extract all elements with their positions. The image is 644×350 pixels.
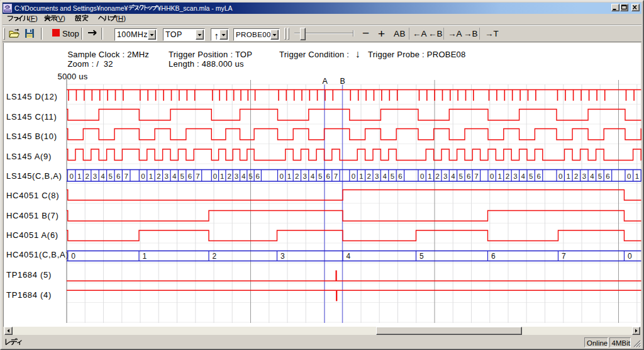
- svg-text:6: 6: [188, 172, 192, 180]
- svg-text:6: 6: [398, 172, 402, 180]
- svg-text:3: 3: [235, 172, 238, 180]
- svg-text:6: 6: [536, 172, 540, 180]
- svg-text:4: 4: [242, 172, 246, 180]
- svg-text:6: 6: [116, 172, 120, 180]
- svg-text:3: 3: [443, 172, 447, 180]
- svg-text:5: 5: [109, 172, 113, 180]
- svg-text:2: 2: [295, 172, 299, 180]
- svg-text:4: 4: [521, 172, 526, 180]
- svg-text:6: 6: [467, 172, 470, 180]
- svg-text:0: 0: [490, 172, 494, 180]
- svg-text:1: 1: [287, 172, 291, 180]
- svg-text:0: 0: [558, 172, 562, 180]
- svg-text:7: 7: [474, 172, 478, 180]
- svg-text:6: 6: [256, 172, 260, 180]
- svg-text:2: 2: [436, 172, 440, 180]
- svg-text:2: 2: [85, 172, 89, 180]
- svg-text:3: 3: [93, 172, 97, 180]
- svg-text:3: 3: [165, 172, 169, 180]
- svg-text:2: 2: [367, 172, 371, 180]
- svg-text:3: 3: [513, 172, 517, 180]
- svg-text:4: 4: [382, 172, 387, 180]
- svg-text:0: 0: [69, 172, 73, 180]
- svg-text:4: 4: [101, 172, 105, 180]
- svg-text:1: 1: [428, 172, 431, 180]
- svg-text:5: 5: [248, 172, 252, 180]
- svg-text:0: 0: [213, 172, 217, 180]
- svg-text:0: 0: [420, 172, 424, 180]
- svg-text:5: 5: [529, 172, 533, 180]
- svg-text:3: 3: [582, 172, 586, 180]
- svg-text:4: 4: [590, 172, 594, 180]
- svg-text:7: 7: [196, 172, 199, 180]
- svg-text:5: 5: [318, 172, 322, 180]
- svg-text:3: 3: [303, 172, 306, 180]
- svg-text:4: 4: [347, 252, 351, 261]
- svg-text:5: 5: [180, 172, 184, 180]
- svg-text:4: 4: [451, 172, 455, 180]
- svg-text:6: 6: [326, 172, 330, 180]
- svg-text:0: 0: [71, 252, 75, 261]
- svg-text:1: 1: [359, 172, 363, 180]
- svg-text:5: 5: [391, 172, 394, 180]
- svg-text:2: 2: [506, 172, 509, 180]
- svg-text:1: 1: [143, 252, 147, 261]
- svg-text:2: 2: [213, 252, 217, 261]
- svg-text:1: 1: [497, 172, 501, 180]
- svg-text:5: 5: [459, 172, 463, 180]
- svg-text:6: 6: [491, 252, 496, 261]
- svg-text:4: 4: [311, 172, 315, 180]
- svg-text:0: 0: [627, 172, 631, 180]
- svg-text:5: 5: [419, 252, 424, 261]
- svg-text:0: 0: [279, 172, 283, 180]
- svg-text:7: 7: [124, 172, 128, 180]
- svg-text:1: 1: [149, 172, 153, 180]
- svg-text:1: 1: [635, 172, 639, 180]
- svg-text:1: 1: [77, 172, 81, 180]
- svg-text:3: 3: [375, 172, 379, 180]
- svg-text:3: 3: [280, 252, 285, 261]
- svg-text:2: 2: [227, 172, 231, 180]
- svg-text:0: 0: [352, 172, 355, 180]
- svg-text:1: 1: [567, 172, 570, 180]
- svg-text:7: 7: [334, 172, 338, 180]
- svg-text:2: 2: [157, 172, 160, 180]
- svg-text:5: 5: [598, 172, 602, 180]
- svg-text:7: 7: [562, 252, 566, 261]
- svg-text:2: 2: [574, 172, 578, 180]
- svg-text:6: 6: [606, 172, 609, 180]
- svg-text:0: 0: [628, 252, 632, 261]
- svg-text:1: 1: [220, 172, 224, 180]
- svg-text:4: 4: [172, 172, 177, 180]
- svg-text:0: 0: [141, 172, 145, 180]
